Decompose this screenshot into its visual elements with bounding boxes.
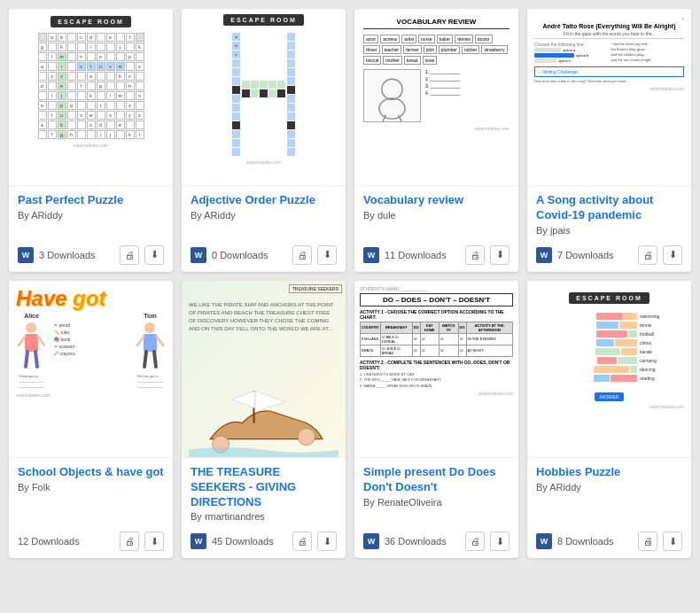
download-button-school-havegot[interactable]: ⬇ — [144, 532, 164, 551]
download-button-past-perfect[interactable]: ⬇ — [144, 245, 164, 265]
card-info-past-perfect: Past Perfect Puzzle By ARiddy — [9, 186, 173, 241]
svg-rect-5 — [25, 334, 38, 352]
card-footer-simple-present: W 36 Downloads 🖨 ⬇ — [354, 527, 518, 558]
card-footer-school-havegot: 12 Downloads 🖨 ⬇ — [9, 527, 173, 558]
card-vocabulary-review: VOCABULARY REVIEW actor actress artist n… — [354, 9, 518, 272]
svg-line-7 — [38, 337, 44, 345]
card-author-past-perfect: By ARiddy — [18, 210, 164, 221]
card-author-vocabulary-review: By dule — [363, 210, 509, 221]
word-icon-simple-present: W — [363, 533, 379, 549]
word-icon-vocabulary-review: W — [363, 247, 379, 263]
download-count-song-covid: 7 Downloads — [557, 250, 633, 260]
card-title-simple-present[interactable]: Simple present Do Does Don't Doesn't — [363, 465, 509, 495]
card-footer-treasure-seekers: W 45 Downloads 🖨 ⬇ — [182, 527, 346, 558]
word-icon-adjective-order: W — [191, 247, 206, 263]
print-button-past-perfect[interactable]: 🖨 — [120, 245, 139, 265]
svg-line-12 — [137, 337, 144, 345]
card-school-havegot: Have got Alice I have got a...__________ — [9, 281, 173, 559]
print-button-hobbies-puzzle[interactable]: 🖨 — [638, 532, 657, 551]
svg-line-13 — [157, 337, 163, 345]
card-song-covid: ℹ André Tatto Rose (Everything Will Be A… — [527, 9, 691, 272]
svg-point-18 — [298, 428, 315, 445]
word-icon-treasure-seekers: W — [191, 533, 206, 549]
print-button-simple-present[interactable]: 🖨 — [465, 532, 485, 551]
card-title-school-havegot[interactable]: School Objects & have got — [18, 465, 164, 480]
svg-line-15 — [154, 352, 156, 367]
card-adjective-order: ESCAPE ROOM a b c — [182, 9, 346, 272]
card-author-treasure-seekers: By rmartinandres — [191, 511, 337, 522]
card-title-adjective-order[interactable]: Adjective Order Puzzle — [191, 193, 337, 208]
print-button-school-havegot[interactable]: 🖨 — [120, 532, 139, 551]
word-icon-past-perfect: W — [18, 247, 34, 263]
card-thumb-past-perfect[interactable]: ESCAPE ROOM abcdef ghijk lmnop qrstuvwx … — [9, 9, 173, 186]
card-author-song-covid: By jpais — [536, 225, 682, 236]
print-button-adjective-order[interactable]: 🖨 — [292, 245, 312, 265]
card-thumb-school-havegot[interactable]: Have got Alice I have got a...__________ — [9, 281, 173, 458]
download-count-treasure-seekers: 45 Downloads — [212, 536, 287, 547]
svg-rect-11 — [144, 334, 157, 352]
svg-point-1 — [379, 98, 405, 119]
card-footer-adjective-order: W 0 Downloads 🖨 ⬇ — [182, 241, 346, 272]
card-author-hobbies-puzzle: By ARiddy — [536, 482, 682, 493]
svg-point-0 — [382, 79, 402, 99]
download-count-hobbies-puzzle: 8 Downloads — [557, 536, 633, 547]
card-author-simple-present: By RenateOliveira — [363, 497, 509, 508]
download-count-past-perfect: 3 Downloads — [39, 250, 114, 260]
card-info-hobbies-puzzle: Hobbies Puzzle By ARiddy — [527, 458, 691, 528]
card-footer-song-covid: W 7 Downloads 🖨 ⬇ — [527, 241, 691, 272]
card-info-treasure-seekers: THE TREASURE SEEKERS - GIVING DIRECTIONS… — [182, 458, 346, 528]
download-count-school-havegot: 12 Downloads — [18, 536, 114, 547]
card-simple-present: STUDENT'S NAME: ___________ DO – DOES – … — [354, 281, 518, 559]
download-button-vocabulary-review[interactable]: ⬇ — [490, 245, 509, 265]
card-thumb-adjective-order[interactable]: ESCAPE ROOM a b c — [182, 9, 346, 186]
download-button-song-covid[interactable]: ⬇ — [663, 245, 682, 265]
word-icon-song-covid: W — [536, 247, 552, 263]
card-past-perfect: ESCAPE ROOM abcdef ghijk lmnop qrstuvwx … — [9, 9, 173, 272]
svg-point-10 — [144, 322, 155, 333]
card-author-school-havegot: By Folk — [18, 482, 164, 493]
download-count-simple-present: 36 Downloads — [385, 536, 460, 547]
card-title-treasure-seekers[interactable]: THE TREASURE SEEKERS - GIVING DIRECTIONS — [191, 465, 337, 510]
card-title-hobbies-puzzle[interactable]: Hobbies Puzzle — [536, 465, 682, 480]
cards-grid: ESCAPE ROOM abcdef ghijk lmnop qrstuvwx … — [9, 9, 691, 558]
download-button-simple-present[interactable]: ⬇ — [490, 532, 509, 551]
card-hobbies-puzzle: ESCAPE ROOM swimming — [527, 281, 691, 559]
card-thumb-treasure-seekers[interactable]: TREASURE SEEKERS WE LIKE THE PIRATE SHIP… — [182, 281, 346, 458]
svg-line-8 — [26, 352, 27, 367]
print-button-treasure-seekers[interactable]: 🖨 — [292, 532, 312, 551]
print-button-vocabulary-review[interactable]: 🖨 — [465, 245, 485, 265]
card-thumb-simple-present[interactable]: STUDENT'S NAME: ___________ DO – DOES – … — [354, 281, 518, 458]
card-title-vocabulary-review[interactable]: Vocabulary review — [363, 193, 509, 208]
download-count-vocabulary-review: 11 Downloads — [385, 250, 460, 260]
card-footer-vocabulary-review: W 11 Downloads 🖨 ⬇ — [354, 241, 518, 272]
card-info-song-covid: A Song activity about Covid-19 pandemic … — [527, 186, 691, 241]
card-thumb-song-covid[interactable]: ℹ André Tatto Rose (Everything Will Be A… — [527, 9, 691, 186]
card-info-simple-present: Simple present Do Does Don't Doesn't By … — [354, 458, 518, 528]
card-thumb-vocabulary-review[interactable]: VOCABULARY REVIEW actor actress artist n… — [354, 9, 518, 186]
svg-line-6 — [19, 337, 25, 345]
card-info-vocabulary-review: Vocabulary review By dule — [354, 186, 518, 241]
print-button-song-covid[interactable]: 🖨 — [638, 245, 657, 265]
card-info-school-havegot: School Objects & have got By Folk — [9, 458, 173, 528]
card-treasure-seekers: TREASURE SEEKERS WE LIKE THE PIRATE SHIP… — [182, 281, 346, 559]
download-button-adjective-order[interactable]: ⬇ — [317, 245, 337, 265]
word-icon-hobbies-puzzle: W — [536, 533, 552, 549]
card-author-adjective-order: By ARiddy — [191, 210, 337, 221]
card-footer-hobbies-puzzle: W 8 Downloads 🖨 ⬇ — [527, 527, 691, 558]
svg-line-14 — [144, 352, 146, 367]
card-title-song-covid[interactable]: A Song activity about Covid-19 pandemic — [536, 193, 682, 223]
svg-line-9 — [35, 352, 37, 367]
svg-point-4 — [26, 322, 36, 333]
download-button-treasure-seekers[interactable]: ⬇ — [317, 532, 337, 551]
card-footer-past-perfect: W 3 Downloads 🖨 ⬇ — [9, 241, 173, 272]
download-button-hobbies-puzzle[interactable]: ⬇ — [663, 532, 682, 551]
card-thumb-hobbies-puzzle[interactable]: ESCAPE ROOM swimming — [527, 281, 691, 458]
card-title-past-perfect[interactable]: Past Perfect Puzzle — [18, 193, 164, 208]
download-count-adjective-order: 0 Downloads — [212, 250, 287, 260]
card-info-adjective-order: Adjective Order Puzzle By ARiddy — [182, 186, 346, 241]
